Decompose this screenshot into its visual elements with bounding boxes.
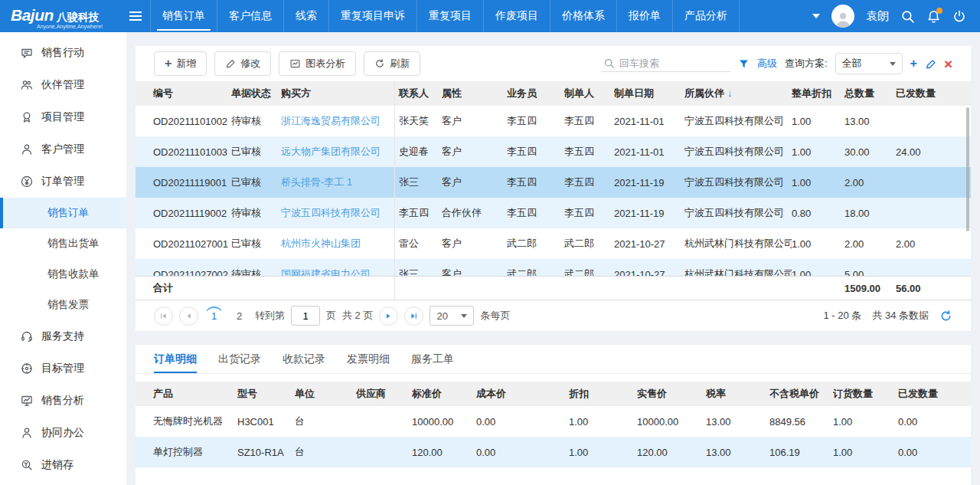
sidebar-item-inventory[interactable]: 进销存 [0,449,126,481]
pencil-icon [225,58,236,69]
col-header[interactable]: 制单日期 [614,87,684,100]
detail-tab[interactable]: 发票明细 [347,345,390,373]
sidebar-item-project-mgmt[interactable]: 项目管理 [0,101,126,133]
sidebar-item-sales-receipts[interactable]: 销售收款单 [0,259,126,290]
user-avatar[interactable] [831,5,854,28]
order-row[interactable]: OD20211101002 待审核 浙江海逸贸易有限公司 张天笑 客户 李五四 … [136,106,971,136]
search-icon[interactable] [900,9,915,24]
prev-page-button[interactable] [179,306,198,326]
logo-text-cn: 八骏科技 [57,11,100,25]
col-header[interactable]: 已发数量 [896,87,971,100]
search-input[interactable] [619,57,715,69]
detail-tab[interactable]: 订单明细 [154,345,197,373]
sidebar-item-target-mgmt[interactable]: 目标管理 [0,352,126,385]
detail-tabs: 订单明细 出货记录 收款记录 发票明细 服务工单 [136,345,971,374]
sidebar-item-sales-invoices[interactable]: 销售发票 [0,290,126,320]
col-header-sorted[interactable]: 所属伙伴↓ [684,87,792,100]
add-button[interactable]: +新增 [154,51,207,76]
nav-tab[interactable]: 报价单 [616,0,672,32]
order-buyer-link[interactable]: 浙江海逸贸易有限公司 [281,114,394,128]
nav-tab[interactable]: 客户信息 [217,0,283,32]
goto-page-input[interactable] [291,306,320,326]
col-header[interactable]: 业务员 [507,87,564,100]
product-model: H3C001 [237,416,295,428]
advanced-search-link[interactable]: 高级 [757,57,777,70]
refresh-button[interactable]: 刷新 [364,51,420,76]
sidebar-item-customer-mgmt[interactable]: 客户管理 [0,133,126,165]
search-box [602,55,730,72]
nav-tab[interactable]: 线索 [283,0,328,32]
product-unit: 台 [295,445,356,459]
col-header[interactable]: 联系人 [394,81,442,106]
vertical-scrollbar-thumb[interactable] [966,107,969,231]
filter-funnel-icon[interactable] [738,58,750,70]
order-buyer-link[interactable]: 国网福建省电力公司 [281,267,394,276]
col-header[interactable]: 总数量 [844,87,896,100]
col-header[interactable]: 整单折扣 [792,87,844,100]
reload-icon[interactable] [939,310,952,323]
query-scheme-select[interactable]: 全部 [835,53,903,74]
nav-tab[interactable]: 产品分析 [672,0,740,32]
hamburger-menu-icon[interactable] [121,0,150,32]
detail-tab[interactable]: 收款记录 [283,345,325,373]
page-number-current[interactable]: 1 [204,306,224,326]
order-buyer-link[interactable]: 桥头排骨-李工 1 [281,175,394,189]
col-header[interactable]: 制单人 [564,87,614,100]
sidebar-item-service-support[interactable]: 服务支持 [0,320,126,352]
chevron-down-icon [890,62,896,66]
order-row[interactable]: OD20211119001 已审核 桥头排骨-李工 1 张三 客户 李五四 李五… [136,167,971,198]
order-creator: 武二郎 [564,267,614,276]
total-shipped-value: 56.00 [896,283,971,294]
nav-tab[interactable]: 销售订单 [150,0,217,32]
order-buyer-link[interactable]: 宁波五四科技有限公司 [281,206,394,220]
chart-analysis-button[interactable]: 图表分析 [279,51,356,76]
more-menus-caret-icon[interactable] [812,14,820,18]
page-number[interactable]: 2 [230,306,249,326]
sidebar-item-sales-shipments[interactable]: 销售出货单 [0,228,126,259]
next-page-button[interactable] [379,306,398,326]
detail-tab[interactable]: 服务工单 [411,345,454,373]
detail-tab[interactable]: 出货记录 [218,345,261,373]
per-page-select[interactable]: 20 [430,306,474,326]
price-excl-tax: 8849.56 [769,416,833,428]
col-header[interactable]: 购买方 [281,87,394,100]
order-row[interactable]: OD20211119002 待审核 宁波五四科技有限公司 李五四 合作伙伴 李五… [136,198,971,228]
username: 袁朗 [866,9,889,24]
nav-tab[interactable]: 作废项目 [483,0,550,32]
col-header[interactable]: 单据状态 [231,87,281,100]
order-buyer-link[interactable]: 杭州市火神山集团 [281,237,394,251]
plus-icon: + [165,57,172,70]
order-row[interactable]: OD20211027002 待审核 国网福建省电力公司 张三 客户 武二郎 武二… [136,259,971,276]
detail-row[interactable]: 单灯控制器 SZ10-R1A 台 120.00 0.00 1.00 120.00… [136,437,971,467]
sidebar-item-partner-mgmt[interactable]: 伙伴管理 [0,69,126,101]
sidebar-item-order-mgmt[interactable]: 订单管理 [0,165,126,198]
power-logout-icon[interactable] [952,9,966,23]
add-scheme-icon[interactable]: + [910,57,917,70]
order-buyer-link[interactable]: 远大物产集团有限公司 [281,145,394,159]
first-page-button[interactable] [154,306,173,326]
nav-tab[interactable]: 重复项目申诉 [328,0,416,32]
edit-button[interactable]: 修改 [214,51,271,76]
last-page-button[interactable] [404,306,423,326]
nav-tab[interactable]: 重复项目 [416,0,483,32]
sidebar-item-collaboration[interactable]: 协同办公 [0,417,126,449]
order-row[interactable]: OD20211027001 已审核 杭州市火神山集团 雷公 客户 武二郎 武二郎… [136,228,971,259]
edit-scheme-pencil-icon[interactable] [925,58,936,70]
notifications-bell-icon[interactable] [926,9,941,24]
order-row[interactable]: OD20211101003 已审核 远大物产集团有限公司 史迎春 客户 李五四 … [136,136,971,167]
order-status: 已审核 [231,237,281,251]
person-outline-icon [20,426,34,440]
nav-tab[interactable]: 价格体系 [550,0,616,32]
sidebar-item-sales-analysis[interactable]: 销售分析 [0,385,126,417]
sidebar-item-basic-functions[interactable]: 基本功能 [0,481,126,485]
col-header[interactable]: 属性 [442,87,507,100]
sidebar-item-sales-orders[interactable]: 销售订单 [0,198,126,228]
sidebar-item-sales-action[interactable]: 销售行动 [0,37,126,69]
main-content: +新增 修改 图表分析 刷新 高级 查询方案 [126,32,980,485]
detail-table-body: 无悔牌时光机器 H3C001 台 10000.00 0.00 1.00 1000… [136,406,971,467]
sort-desc-icon[interactable]: ↓ [727,87,733,99]
col-header[interactable]: 编号 [136,87,231,100]
detail-row[interactable]: 无悔牌时光机器 H3C001 台 10000.00 0.00 1.00 1000… [136,406,971,437]
actual-price: 10000.00 [637,416,706,428]
delete-scheme-icon[interactable]: × [944,57,952,71]
